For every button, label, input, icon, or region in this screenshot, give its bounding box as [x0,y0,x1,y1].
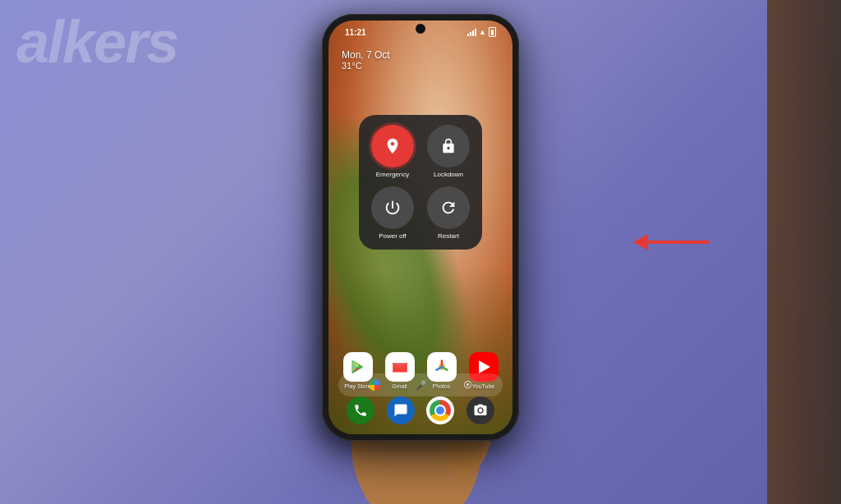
phone-body: 11:21 ▲ ▮ Mon, 7 Oct 31°C [322,14,519,441]
phone-screen: 11:21 ▲ ▮ Mon, 7 Oct 31°C [329,21,512,434]
emergency-icon [371,125,414,167]
emergency-button[interactable]: Emergency [369,125,416,178]
power-off-label: Power off [379,232,407,240]
bottom-dock [329,396,512,424]
right-panel [767,0,841,504]
signal-icon [467,28,476,36]
lockdown-label: Lockdown [434,171,463,178]
google-g-icon [369,379,380,391]
mic-icon[interactable]: 🎤 [416,380,427,391]
power-off-button[interactable]: Power off [369,186,416,240]
phone-scene: 11:21 ▲ ▮ Mon, 7 Oct 31°C [281,14,560,490]
yt-play-icon [479,360,490,373]
wifi-icon: ▲ [479,28,486,36]
dock-camera-button[interactable] [466,396,494,424]
dock-chrome-button[interactable] [426,396,454,424]
arrow-head [633,234,648,250]
dock-phone-button[interactable] [347,396,375,424]
lockdown-button[interactable]: Lockdown [425,125,472,178]
date-text: Mon, 7 Oct [342,49,390,61]
camera-notch [416,24,425,34]
arrow-line [648,241,710,244]
restart-icon [427,186,470,229]
dock-messages-button[interactable] [387,396,415,424]
battery-icon: ▮ [489,27,496,37]
restart-button[interactable]: Restart [425,186,472,240]
restart-label: Restart [438,232,459,240]
status-icons: ▲ ▮ [467,27,496,37]
emergency-label: Emergency [376,171,409,178]
lockdown-icon [427,125,470,167]
date-widget: Mon, 7 Oct 31°C [342,49,390,71]
google-search-bar[interactable]: 🎤 ⦿ [338,373,503,396]
power-off-icon [371,186,414,229]
power-menu: Emergency Lockdown [359,115,482,250]
chrome-icon [430,400,451,421]
red-arrow [633,234,710,250]
lens-icon[interactable]: ⦿ [463,380,472,390]
temp-text: 31°C [342,61,390,71]
status-time: 11:21 [345,28,366,37]
